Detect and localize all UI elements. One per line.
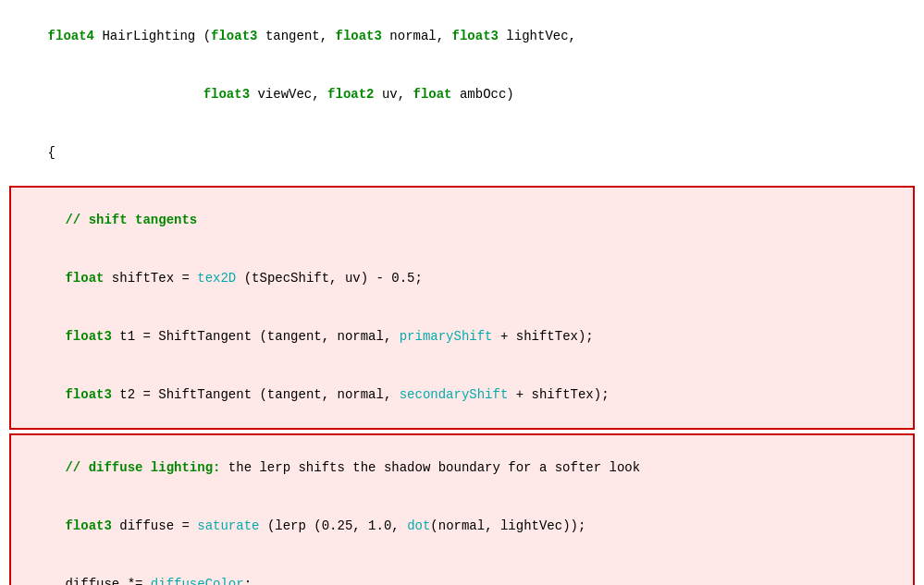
- s1-line2: float shiftTex = tex2D (tSpecShift, uv) …: [18, 250, 906, 308]
- s1-line1: // shift tangents: [18, 191, 906, 250]
- s2-line3: diffuse *= diffuseColor;: [18, 555, 906, 585]
- header-line1: float4 HairLighting (float3 tangent, flo…: [9, 7, 915, 66]
- s2-line2: float3 diffuse = saturate (lerp (0.25, 1…: [18, 497, 906, 555]
- section-diffuse-lighting: // diffuse lighting: the lerp shifts the…: [9, 433, 915, 585]
- s2-line1: // diffuse lighting: the lerp shifts the…: [18, 439, 906, 497]
- keyword-float4: float4: [48, 29, 94, 43]
- code-container: float4 HairLighting (float3 tangent, flo…: [0, 0, 924, 585]
- section-shift-tangents: // shift tangents float shiftTex = tex2D…: [9, 186, 915, 430]
- brace-open: {: [9, 124, 915, 182]
- s1-line3: float3 t1 = ShiftTangent (tangent, norma…: [18, 308, 906, 366]
- s1-line4: float3 t2 = ShiftTangent (tangent, norma…: [18, 366, 906, 424]
- header-line2: float3 viewVec, float2 uv, float ambOcc): [9, 66, 915, 124]
